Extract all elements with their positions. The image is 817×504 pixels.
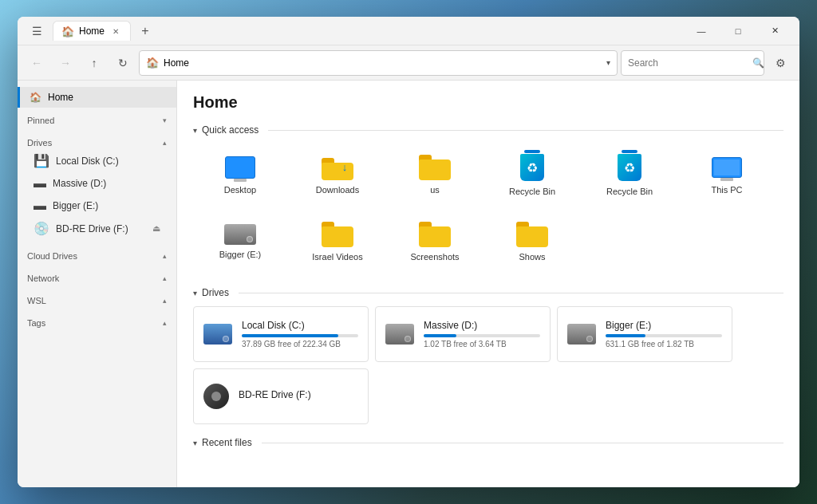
toolbar: ← → ↑ ↻ 🏠 ▾ 🔍 ⚙ xyxy=(18,45,799,81)
address-bar[interactable]: 🏠 ▾ xyxy=(139,50,618,76)
sidebar-home-item[interactable]: 🏠 Home xyxy=(18,87,176,108)
recent-files-chevron-icon: ▾ xyxy=(193,439,197,447)
page-title: Home xyxy=(193,93,783,112)
drive-card-d[interactable]: Massive (D:) 1.02 TB free of 3.64 TB xyxy=(375,306,551,362)
this-pc-label: This PC xyxy=(711,185,742,195)
drive-card-c[interactable]: Local Disk (C:) 37.89 GB free of 222.34 … xyxy=(193,306,369,362)
local-disk-c-icon xyxy=(203,324,232,345)
drive-card-e[interactable]: Bigger (E:) 631.1 GB free of 1.82 TB xyxy=(557,306,732,362)
recycle-bin-2-icon-wrap: ♻ xyxy=(614,153,645,182)
israel-videos-label: Israel Videos xyxy=(312,252,362,262)
quick-access-header[interactable]: ▾ Quick access xyxy=(193,124,783,136)
sidebar-item-bigger[interactable]: ▬ Bigger (E:) xyxy=(27,195,167,217)
search-bar[interactable]: 🔍 xyxy=(621,50,764,76)
drives-section-label: Drives xyxy=(202,287,229,298)
tags-chevron-icon: ▴ xyxy=(163,319,167,327)
sidebar-cloud-label: Cloud Drives xyxy=(27,251,77,261)
tab-close-button[interactable]: ✕ xyxy=(109,25,122,37)
forward-button[interactable]: → xyxy=(53,50,78,76)
wsl-chevron-icon: ▴ xyxy=(163,297,167,305)
up-button[interactable]: ↑ xyxy=(81,50,107,76)
maximize-button[interactable]: □ xyxy=(720,18,756,44)
recent-files-divider xyxy=(262,443,783,443)
recent-files-label: Recent files xyxy=(202,437,252,448)
bd-center xyxy=(211,392,221,401)
search-icon[interactable]: 🔍 xyxy=(752,57,764,69)
sidebar-item-bdre[interactable]: 💿 BD-RE Drive (F:) ⏏ xyxy=(27,217,167,240)
close-button[interactable]: ✕ xyxy=(756,18,793,44)
pinned-chevron-icon: ▾ xyxy=(163,116,167,124)
recycle-bin-2-label: Recycle Bin xyxy=(606,187,653,197)
quick-access-bigger-e[interactable]: 📌 Bigger (E:) xyxy=(193,211,287,274)
sidebar-pinned-header[interactable]: Pinned ▾ xyxy=(27,114,167,127)
network-chevron-icon: ▴ xyxy=(163,274,167,282)
drive-f-name: BD-RE Drive (F:) xyxy=(239,389,358,400)
drive-d-progress-fill xyxy=(424,334,456,337)
desktop-label: Desktop xyxy=(224,185,256,195)
quick-access-us[interactable]: 📌 us xyxy=(388,144,482,207)
sidebar-bigger-label: Bigger (E:) xyxy=(53,200,98,211)
quick-access-grid: 📌 Desktop 📌 ↓ Downloads xyxy=(193,144,783,274)
file-explorer-window: ☰ 🏠 Home ✕ + — □ ✕ ← → ↑ ↻ 🏠 ▾ 🔍 xyxy=(18,17,799,487)
hdd-disc-mark xyxy=(247,236,253,242)
drive-c-space: 37.89 GB free of 222.34 GB xyxy=(242,340,358,348)
sidebar-network-label: Network xyxy=(27,274,59,283)
drive-c-name: Local Disk (C:) xyxy=(242,320,358,331)
sidebar-item-massive[interactable]: ▬ Massive (D:) xyxy=(27,172,167,195)
titlebar: ☰ 🏠 Home ✕ + — □ ✕ xyxy=(18,17,799,45)
minimize-button[interactable]: — xyxy=(683,18,720,44)
quick-access-shows[interactable]: 📌 Shows xyxy=(485,211,579,274)
drive-e-space: 631.1 GB free of 1.82 TB xyxy=(606,340,722,348)
quick-access-desktop[interactable]: 📌 Desktop xyxy=(193,144,287,207)
sidebar-tags-label: Tags xyxy=(27,318,45,328)
desktop-icon xyxy=(225,156,255,179)
address-dropdown-icon[interactable]: ▾ xyxy=(606,58,610,67)
sidebar-wsl-header[interactable]: WSL ▴ xyxy=(27,294,167,307)
sidebar-toggle-btn[interactable]: ☰ xyxy=(24,18,49,44)
sidebar-drives-section: Drives ▴ 💾 Local Disk (C:) ▬ Massive (D:… xyxy=(18,130,176,243)
us-label: us xyxy=(430,185,440,195)
bigger-disk-icon: ▬ xyxy=(34,199,46,213)
search-input[interactable] xyxy=(628,57,748,69)
quick-access-israel-videos[interactable]: 📌 Israel Videos xyxy=(290,211,385,274)
shows-icon-wrap xyxy=(516,222,548,247)
recent-files-header[interactable]: ▾ Recent files xyxy=(193,437,783,448)
new-tab-button[interactable]: + xyxy=(134,20,156,42)
quick-access-recycle-bin-1[interactable]: 📌 ♻ Recycle Bin xyxy=(485,144,579,207)
drives-section-header[interactable]: ▾ Drives xyxy=(193,287,783,298)
screenshots-icon-wrap xyxy=(419,222,451,247)
settings-button[interactable]: ⚙ xyxy=(768,50,793,76)
sidebar-wsl-section: WSL ▴ xyxy=(18,288,176,310)
us-folder-body xyxy=(419,159,451,180)
iv-folder-body xyxy=(322,226,353,247)
sidebar-home-label: Home xyxy=(48,92,73,103)
drives-section-divider xyxy=(239,293,783,293)
sidebar-item-local-disk[interactable]: 💾 Local Disk (C:) xyxy=(27,149,167,172)
quick-access-this-pc[interactable]: 📌 This PC xyxy=(680,144,774,207)
window-controls: — □ ✕ xyxy=(683,18,793,44)
this-pc-icon-wrap xyxy=(711,155,743,180)
refresh-button[interactable]: ↻ xyxy=(110,50,136,76)
sidebar-cloud-header[interactable]: Cloud Drives ▴ xyxy=(27,250,167,262)
israel-videos-icon-wrap xyxy=(322,222,353,247)
quick-access-screenshots[interactable]: 📌 Screenshots xyxy=(388,211,482,274)
titlebar-left: ☰ 🏠 Home ✕ + xyxy=(24,18,156,44)
quick-access-downloads[interactable]: 📌 ↓ Downloads xyxy=(290,144,385,207)
drive-e-progress-fill xyxy=(606,334,645,337)
bigger-disk-e-icon xyxy=(567,324,596,345)
active-tab[interactable]: 🏠 Home ✕ xyxy=(53,21,131,41)
d-hdd-disc xyxy=(405,336,411,342)
drive-card-f[interactable]: BD-RE Drive (F:) xyxy=(193,368,369,424)
back-button[interactable]: ← xyxy=(24,50,49,76)
drive-e-progress-bar xyxy=(606,334,722,337)
drive-c-progress-bar xyxy=(242,334,358,337)
sidebar-network-header[interactable]: Network ▴ xyxy=(27,272,167,285)
sidebar: 🏠 Home Pinned ▾ Drives ▴ 💾 Local Disk (C… xyxy=(18,81,177,487)
quick-access-recycle-bin-2[interactable]: 📌 ♻ Recycle Bin xyxy=(582,144,677,207)
sidebar-drives-header[interactable]: Drives ▴ xyxy=(27,136,167,149)
ss-folder-body xyxy=(419,226,451,247)
cloud-chevron-icon: ▴ xyxy=(163,252,167,260)
sidebar-tags-header[interactable]: Tags ▴ xyxy=(27,317,167,329)
sidebar-local-disk-label: Local Disk (C:) xyxy=(56,156,119,167)
address-input[interactable] xyxy=(164,57,602,69)
